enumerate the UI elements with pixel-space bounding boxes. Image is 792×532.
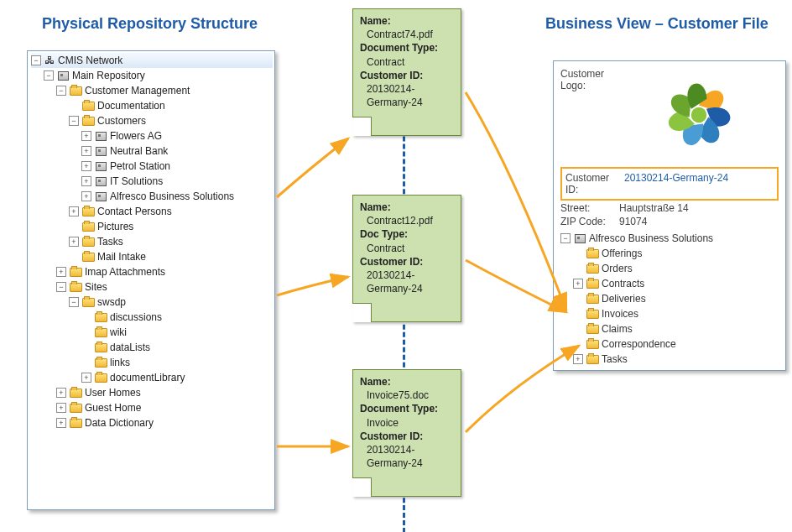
folder-icon <box>94 357 107 368</box>
label: Customer ID: <box>360 255 454 269</box>
collapse-icon[interactable]: − <box>31 55 41 65</box>
network-icon: 🖧 <box>44 55 55 65</box>
tree-label: IT Solutions <box>110 175 163 187</box>
field-label: Street: <box>560 202 619 214</box>
tree-item-customer[interactable]: +IT Solutions <box>31 174 273 189</box>
folder-icon <box>81 115 95 127</box>
folder-icon <box>586 308 599 320</box>
value: Germany-24 <box>360 456 454 470</box>
expand-icon[interactable]: + <box>69 237 79 247</box>
value: 20130214- <box>360 443 454 456</box>
repo-icon <box>94 145 107 157</box>
collapse-icon[interactable]: − <box>69 116 79 126</box>
heading-right: Business View – Customer File <box>545 15 769 33</box>
tree-item-customer[interactable]: +Neutral Bank <box>31 143 273 159</box>
collapse-icon[interactable]: − <box>44 70 54 81</box>
tree-item-customers[interactable]: −Customers <box>31 113 273 128</box>
collapse-icon[interactable]: − <box>560 233 571 243</box>
tree-item-contact[interactable]: +Contact Persons <box>31 204 273 219</box>
tree-label: Documentation <box>97 100 165 112</box>
collapse-icon[interactable]: − <box>56 86 66 96</box>
tree-item[interactable]: discussions <box>31 310 273 325</box>
tree-label: Main Repository <box>72 70 145 81</box>
tree-label: Flowers AG <box>110 130 162 142</box>
folder-icon <box>586 338 599 350</box>
collapse-icon[interactable]: − <box>69 297 79 307</box>
bv-folder-claims[interactable]: Claims <box>560 321 779 336</box>
tree-label: Pictures <box>97 221 133 232</box>
repo-icon <box>56 70 70 81</box>
expand-icon[interactable]: + <box>81 176 91 186</box>
bv-folder-deliveries[interactable]: Deliveries <box>560 291 779 306</box>
folder-icon <box>69 266 82 278</box>
folder-icon <box>69 402 82 414</box>
tree-item-guest-home[interactable]: +Guest Home <box>31 400 273 415</box>
expand-icon[interactable]: + <box>573 354 583 364</box>
tree-item-customer[interactable]: +Alfresco Business Solutions <box>31 189 273 204</box>
tree-item-pictures[interactable]: Pictures <box>31 219 273 234</box>
tree-item-customer[interactable]: +Petrol Station <box>31 159 273 174</box>
folder-icon <box>94 326 107 338</box>
tree-item[interactable]: +documentLibrary <box>31 370 273 385</box>
expand-icon[interactable]: + <box>81 146 91 156</box>
tree-item-documentation[interactable]: Documentation <box>31 98 273 113</box>
tree-label: Guest Home <box>85 402 141 414</box>
bv-folder-invoices[interactable]: Invoices <box>560 306 779 321</box>
tree-root[interactable]: −🖧CMIS Network <box>31 53 273 68</box>
bv-folder-contracts[interactable]: +Contracts <box>560 276 779 291</box>
tree-label: wiki <box>110 326 127 338</box>
tree-item-customer-management[interactable]: −Customer Management <box>31 83 273 98</box>
label: Document Type: <box>360 402 454 415</box>
folder-icon <box>69 417 82 429</box>
expand-icon[interactable]: + <box>573 279 583 289</box>
tree-item[interactable]: wiki <box>31 325 273 340</box>
folder-icon <box>81 296 95 308</box>
expand-icon[interactable]: + <box>69 206 79 216</box>
folder-icon <box>69 85 82 96</box>
bv-folder-offerings[interactable]: Offerings <box>560 246 779 261</box>
expand-icon[interactable]: + <box>56 403 66 413</box>
tree-label: Imap Attachments <box>85 266 165 278</box>
expand-icon[interactable]: + <box>56 418 66 428</box>
tree-label: Contracts <box>602 278 644 289</box>
expand-icon[interactable]: + <box>81 373 91 383</box>
tree-item-tasks[interactable]: +Tasks <box>31 234 273 249</box>
expand-icon[interactable]: + <box>81 191 91 201</box>
value: Invoice75.doc <box>360 389 454 402</box>
tree-item[interactable]: links <box>31 355 273 370</box>
tree-label: User Homes <box>85 387 141 399</box>
bv-folder-tasks[interactable]: +Tasks <box>560 352 779 367</box>
folder-icon <box>586 278 599 289</box>
expand-icon[interactable]: + <box>81 131 91 141</box>
tree-item-data-dictionary[interactable]: +Data Dictionary <box>31 415 273 430</box>
expand-icon[interactable]: + <box>81 161 91 171</box>
page-fold-icon <box>353 117 372 135</box>
page-fold-icon <box>353 477 372 496</box>
field-value: Hauptstraße 14 <box>619 202 779 214</box>
value: 20130214- <box>360 269 454 282</box>
tree-item[interactable]: dataLists <box>31 340 273 355</box>
folder-icon <box>69 281 82 293</box>
tree-item-mail[interactable]: Mail Intake <box>31 249 273 264</box>
value: Contract12.pdf <box>360 214 454 227</box>
bv-folder-orders[interactable]: Orders <box>560 261 779 276</box>
document-card-invoice75: Name: Invoice75.doc Document Type: Invoi… <box>352 369 461 497</box>
tree-item-customer[interactable]: +Flowers AG <box>31 128 273 143</box>
tree-item-user-homes[interactable]: +User Homes <box>31 385 273 400</box>
expand-icon[interactable]: + <box>56 267 66 277</box>
folder-icon <box>586 248 599 259</box>
expand-icon[interactable]: + <box>56 388 66 398</box>
value: Contract <box>360 242 454 255</box>
tree-label: Data Dictionary <box>85 417 154 429</box>
tree-item-main-repo[interactable]: −Main Repository <box>31 68 273 83</box>
tree-label: Offerings <box>602 248 642 259</box>
tree-label: Claims <box>602 323 633 335</box>
collapse-icon[interactable]: − <box>56 282 66 292</box>
tree-item-imap[interactable]: +Imap Attachments <box>31 264 273 279</box>
bv-root[interactable]: −Alfresco Business Solutions <box>560 231 779 246</box>
tree-item-swsdp[interactable]: −swsdp <box>31 295 273 310</box>
tree-label: Customers <box>97 115 146 127</box>
tree-label: Tasks <box>97 236 123 248</box>
tree-item-sites[interactable]: −Sites <box>31 279 273 295</box>
bv-folder-correspondence[interactable]: Correspondence <box>560 336 779 352</box>
